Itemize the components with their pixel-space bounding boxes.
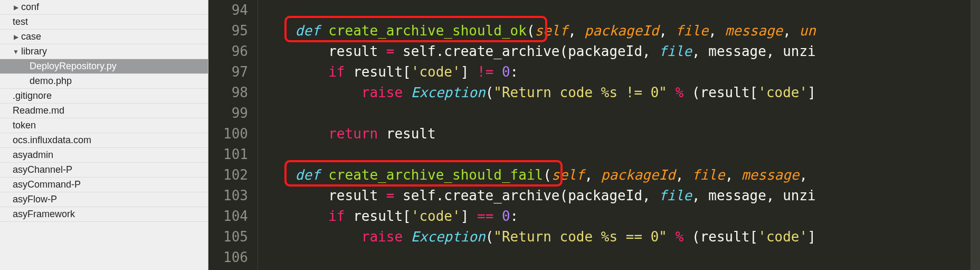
tree-item[interactable]: DeployRepository.py <box>0 59 208 74</box>
code-line[interactable]: def create_archive_should_fail(self, pac… <box>262 165 971 185</box>
tree-item[interactable]: .gitignore <box>0 89 208 104</box>
tree-item-label: ocs.influxdata.com <box>12 135 91 146</box>
code-line[interactable]: return result <box>262 124 971 144</box>
tree-item-label: asyChannel-P <box>12 164 72 175</box>
code-token <box>262 64 328 80</box>
tree-item-label: asyCommand-P <box>12 179 81 190</box>
code-line[interactable]: if result['code'] == 0: <box>262 206 971 227</box>
line-number: 95 <box>223 21 248 41</box>
code-token: 'code' <box>758 229 807 245</box>
code-line[interactable] <box>262 103 971 124</box>
tree-item[interactable]: asyadmin <box>0 148 208 163</box>
code-token: , <box>708 23 725 39</box>
code-token: self <box>535 23 568 39</box>
code-line[interactable]: result = self.create_archive(packageId, … <box>262 185 971 206</box>
code-line[interactable] <box>262 0 971 21</box>
code-token: ( <box>486 229 494 245</box>
code-token: file <box>675 23 709 39</box>
code-token: "Return code %s == 0" <box>493 229 667 245</box>
line-number: 96 <box>223 41 248 62</box>
tree-item-label: case <box>20 31 41 42</box>
code-token: , <box>800 167 816 183</box>
code-token: create_archive_should_ok <box>328 23 527 39</box>
line-number: 94 <box>223 0 248 21</box>
code-token: (result[ <box>683 229 758 245</box>
code-token: packageId <box>585 23 659 39</box>
tree-item[interactable]: asyChannel-P <box>0 163 208 178</box>
code-token: packageId <box>601 167 675 183</box>
chevron-down-icon[interactable]: ▼ <box>12 48 20 55</box>
code-token: file <box>659 43 692 59</box>
code-line[interactable]: if result['code'] != 0: <box>262 62 971 82</box>
file-tree-sidebar[interactable]: ▶conftest▶case▼libraryDeployRepository.p… <box>0 0 208 270</box>
tree-item-label: DeployRepository.py <box>28 61 117 72</box>
code-token: , <box>725 167 741 183</box>
tree-item-label: conf <box>20 2 39 13</box>
tree-item[interactable]: demo.php <box>0 74 208 89</box>
line-number: 98 <box>223 82 248 103</box>
code-token: ( <box>543 167 551 183</box>
code-token <box>493 208 502 224</box>
code-line[interactable]: raise Exception("Return code %s != 0" % … <box>262 82 971 103</box>
tree-item[interactable]: token <box>0 118 208 133</box>
code-token <box>493 64 502 80</box>
code-token: , <box>568 23 584 39</box>
chevron-right-icon[interactable]: ▶ <box>12 33 20 41</box>
tree-item[interactable]: test <box>0 15 208 30</box>
code-token <box>403 85 411 100</box>
code-line[interactable] <box>262 247 971 268</box>
code-token: (result[ <box>683 85 758 100</box>
line-number: 103 <box>223 185 248 206</box>
code-token: ] <box>807 85 816 100</box>
code-editor[interactable]: 949596979899100101102103104105106 def cr… <box>208 0 980 270</box>
code-line[interactable]: raise Exception("Return code %s == 0" % … <box>262 227 971 247</box>
tree-item-label: asyadmin <box>12 150 53 161</box>
tree-item[interactable]: Readme.md <box>0 104 208 118</box>
code-line[interactable] <box>262 144 971 165</box>
line-number: 97 <box>223 62 248 82</box>
code-token: self <box>551 167 585 183</box>
code-token: = <box>386 188 395 203</box>
code-token: , <box>659 23 675 39</box>
code-token <box>403 229 411 245</box>
code-token <box>262 167 296 183</box>
tree-item[interactable]: ▶conf <box>0 0 208 15</box>
code-token: result <box>262 188 386 203</box>
code-token <box>262 23 296 39</box>
code-token: raise <box>361 85 403 100</box>
code-token: raise <box>361 229 403 245</box>
tree-item[interactable]: ▼library <box>0 44 208 59</box>
tree-item[interactable]: ▶case <box>0 30 208 44</box>
code-token: ] <box>807 229 816 245</box>
code-token: != <box>477 64 493 80</box>
line-number: 101 <box>223 144 248 165</box>
code-token <box>262 85 361 100</box>
line-number: 102 <box>223 165 248 185</box>
code-token: file <box>692 167 725 183</box>
chevron-right-icon[interactable]: ▶ <box>12 4 20 11</box>
vertical-scrollbar[interactable] <box>971 0 980 270</box>
code-token: return <box>328 126 378 142</box>
code-token: result <box>378 126 436 142</box>
tree-item[interactable]: asyFramework <box>0 207 208 222</box>
code-token: 'code' <box>411 64 461 80</box>
code-token: % <box>675 229 684 245</box>
tree-item-label: asyFramework <box>12 209 75 220</box>
tree-item[interactable]: ocs.influxdata.com <box>0 133 208 148</box>
tree-item[interactable]: asyFlow-P <box>0 192 208 207</box>
code-token: : <box>510 208 519 224</box>
code-line[interactable]: def create_archive_should_ok(self, packa… <box>262 21 971 41</box>
line-number: 99 <box>223 103 248 124</box>
code-area[interactable]: def create_archive_should_ok(self, packa… <box>258 0 971 270</box>
code-token <box>262 229 361 245</box>
code-line[interactable]: result = self.create_archive(packageId, … <box>262 41 971 62</box>
line-number: 105 <box>223 227 248 247</box>
code-token: message <box>725 23 783 39</box>
code-token: ( <box>527 23 535 39</box>
code-token: ] <box>461 64 477 80</box>
code-token: message <box>741 167 800 183</box>
tree-item[interactable]: asyCommand-P <box>0 178 208 192</box>
line-number-gutter: 949596979899100101102103104105106 <box>208 0 258 270</box>
line-number: 100 <box>223 124 248 144</box>
code-token: Exception <box>411 229 486 245</box>
